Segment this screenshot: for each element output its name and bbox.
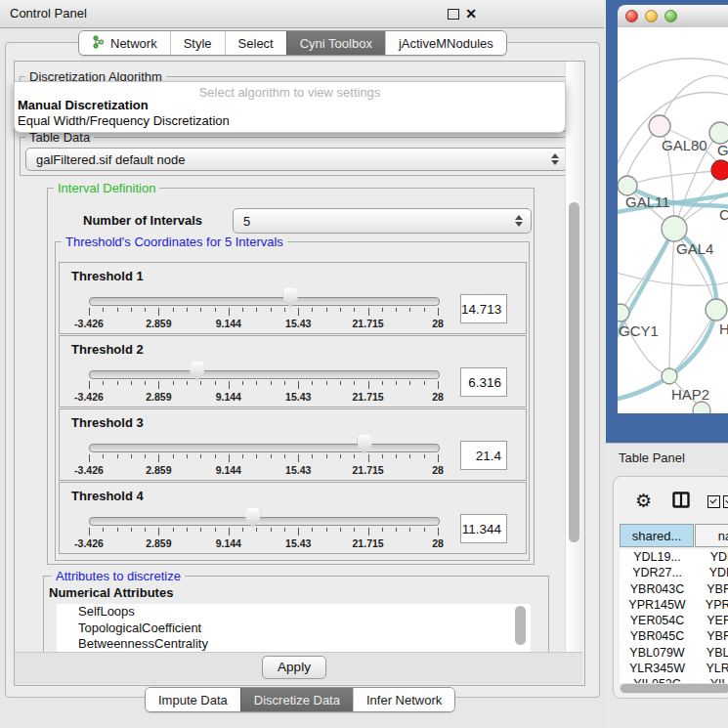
table-scrollbar-thumb[interactable] xyxy=(621,684,728,693)
slider-scale-labels: -3.4262.8599.14415.4321.71528 xyxy=(89,318,438,331)
right-region: GAL80 GA C GAL11 GAL4 GCY1 H HAP2 Table … xyxy=(604,0,728,728)
threshold-2-panel: Threshold 2 -3.4262.8599.14415.4321.7152… xyxy=(59,335,527,407)
node-label: GAL4 xyxy=(676,240,713,257)
table-row[interactable]: YDL19...YDL19... xyxy=(620,549,728,565)
table-row[interactable]: YIL052CYIL052C xyxy=(620,676,728,683)
node-gal11[interactable] xyxy=(618,176,637,195)
node-label: GAL80 xyxy=(662,137,707,153)
node-ga[interactable] xyxy=(709,122,728,144)
content-scrollbar[interactable] xyxy=(565,62,583,652)
threshold-1-panel: Threshold 1 -3.4262.8599.14415.4321.7152… xyxy=(59,262,527,334)
slider-ticks xyxy=(89,308,438,317)
minimize-traffic-light-icon[interactable] xyxy=(645,10,658,22)
combo-arrows-icon xyxy=(550,153,559,165)
node-red[interactable] xyxy=(711,160,728,180)
threshold-3-slider[interactable]: -3.4262.8599.14415.4321.71528 xyxy=(89,409,438,480)
threshold-1-value-field[interactable]: 14.713 xyxy=(460,294,507,323)
threshold-4-panel: Threshold 4 -3.4262.8599.14415.4321.7152… xyxy=(59,482,527,554)
node-h[interactable] xyxy=(706,299,727,321)
attributes-list: SelfLoops TopologicalCoefficient Between… xyxy=(57,604,531,652)
table-row[interactable]: YBL079WYBL079W xyxy=(620,645,728,661)
table-row[interactable]: YER054CYER054C xyxy=(620,613,728,628)
threshold-3-panel: Threshold 3 -3.4262.8599.14415.4321.7152… xyxy=(59,408,527,481)
table-panel-box: ⚙ shared... name YDL19...YDL19... YDR27.… xyxy=(613,476,728,699)
split-columns-icon[interactable] xyxy=(672,492,690,512)
screen: Control Panel ✕ Network Style Select Cyn… xyxy=(0,0,728,728)
numerical-attributes-label: Numerical Attributes xyxy=(49,585,173,600)
table-row[interactable]: YBR045CYBR045C xyxy=(620,628,728,644)
tab-infer-network[interactable]: Infer Network xyxy=(353,688,454,711)
close-traffic-light-icon[interactable] xyxy=(625,10,638,22)
column-header-shared-name[interactable]: shared... xyxy=(620,524,694,547)
network-labels: GAL80 GA C GAL11 GAL4 GCY1 H HAP2 xyxy=(619,137,728,403)
table-row[interactable]: YDR27...YDR27... xyxy=(620,565,728,580)
node-gal4[interactable] xyxy=(662,216,687,241)
tab-discretize-data[interactable]: Discretize Data xyxy=(240,688,353,711)
checkbox-icon[interactable] xyxy=(723,495,728,508)
slider-track[interactable] xyxy=(89,370,440,379)
node-gcy1[interactable] xyxy=(618,304,629,321)
table-row[interactable]: YLR345WYLR345W xyxy=(620,661,728,676)
table-panel-title: Table Panel xyxy=(619,450,685,465)
table-data-combobox[interactable]: galFiltered.sif default node xyxy=(25,148,565,171)
interval-definition-title: Interval Definition xyxy=(54,181,159,195)
combo-arrows-icon xyxy=(514,215,523,227)
network-canvas[interactable]: GAL80 GA C GAL11 GAL4 GCY1 H HAP2 xyxy=(618,27,728,413)
table-row[interactable]: YPR145WYPR145W xyxy=(620,597,728,613)
threshold-3-value-field[interactable]: 21.4 xyxy=(460,441,507,470)
table-rows: YDL19...YDL19... YDR27...YDR27... YBR043… xyxy=(620,549,728,683)
slider-scale-labels: -3.4262.8599.14415.4321.71528 xyxy=(89,464,438,478)
column-header-name[interactable]: name xyxy=(695,524,728,547)
slider-ticks xyxy=(89,454,438,463)
threshold-2-value-field[interactable]: 6.316 xyxy=(460,367,507,397)
threshold-4-slider[interactable]: -3.4262.8599.14415.4321.71528 xyxy=(89,483,438,553)
slider-track[interactable] xyxy=(89,517,440,526)
list-item[interactable]: BetweennessCentrality xyxy=(57,636,531,652)
number-of-intervals-value: 5 xyxy=(234,214,514,229)
menu-item-equal-width-frequency[interactable]: Equal Width/Frequency Discretization xyxy=(18,113,230,128)
node-hap2[interactable] xyxy=(662,368,677,384)
slider-track[interactable] xyxy=(89,297,440,306)
node-label: GCY1 xyxy=(619,322,659,339)
table-panel-divider xyxy=(604,443,728,444)
table-row[interactable]: YBR043CYBR043C xyxy=(620,581,728,597)
node-label: GA xyxy=(717,142,728,158)
node-partial[interactable] xyxy=(693,402,710,413)
table-data-value: galFiltered.sif default node xyxy=(26,152,550,167)
node-label: C xyxy=(719,206,728,223)
algorithm-dropdown-popup: Select algorithm to view settings Manual… xyxy=(14,81,566,133)
checkbox-icon[interactable] xyxy=(707,495,720,508)
network-window-titlebar[interactable] xyxy=(618,5,728,28)
threshold-2-slider[interactable]: -3.4262.8599.14415.4321.71528 xyxy=(89,336,438,407)
apply-button[interactable]: Apply xyxy=(262,656,326,679)
slider-track[interactable] xyxy=(89,444,440,452)
tab-impute-data[interactable]: Impute Data xyxy=(146,688,240,711)
node-label: H xyxy=(719,321,728,337)
table-horizontal-scrollbar[interactable] xyxy=(620,683,728,694)
attributes-title: Attributes to discretize xyxy=(52,569,185,583)
number-of-intervals-combobox[interactable]: 5 xyxy=(233,208,532,234)
zoom-traffic-light-icon[interactable] xyxy=(664,10,677,22)
attributes-list-scrollbar[interactable] xyxy=(515,606,526,645)
node-gal80[interactable] xyxy=(649,115,670,137)
node-label: HAP2 xyxy=(671,386,709,403)
threshold-1-slider[interactable]: -3.4262.8599.14415.4321.71528 xyxy=(89,263,438,333)
slider-ticks xyxy=(89,528,438,536)
thresholds-title: Threshold's Coordinates for 5 Intervals xyxy=(62,235,287,249)
gear-icon[interactable]: ⚙ xyxy=(635,492,652,511)
list-item[interactable]: TopologicalCoefficient xyxy=(57,621,531,637)
slider-ticks xyxy=(89,381,438,390)
list-item[interactable]: SelfLoops xyxy=(57,604,531,621)
menu-item-manual-discretization[interactable]: Manual Discretization xyxy=(18,98,149,112)
node-label: GAL11 xyxy=(625,193,670,210)
number-of-intervals-label: Number of Intervals xyxy=(83,213,202,228)
bottom-tab-bar: Impute Data Discretize Data Infer Networ… xyxy=(145,687,455,712)
content-scrollbar-thumb[interactable] xyxy=(569,202,579,542)
threshold-4-value-field[interactable]: 11.344 xyxy=(460,514,507,543)
slider-scale-labels: -3.4262.8599.14415.4321.71528 xyxy=(89,391,438,405)
slider-scale-labels: -3.4262.8599.14415.4321.71528 xyxy=(89,537,438,551)
